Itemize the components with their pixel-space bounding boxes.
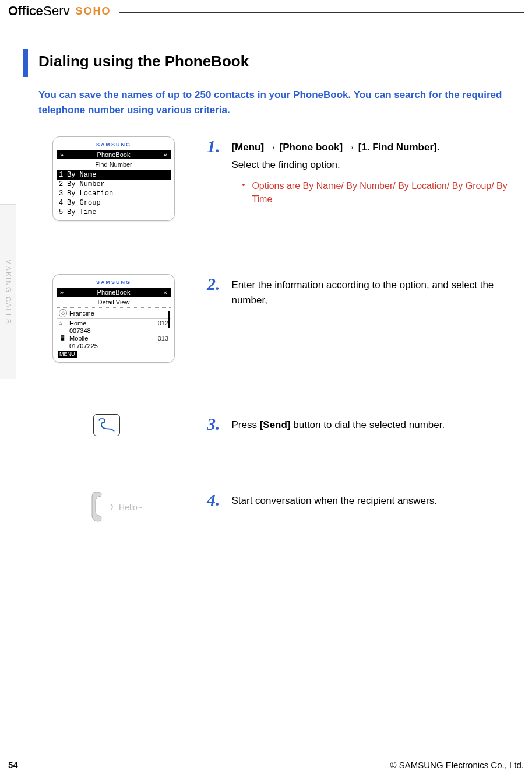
phone1-row-2: 2By Number [57, 180, 171, 189]
step1-sub: Select the finding option. [231, 157, 513, 173]
step1-number: 1. [207, 136, 229, 156]
step1-bullet-text: Options are By Name/ By Number/ By Locat… [252, 179, 513, 206]
phone1-row-1: 1By Name [57, 170, 171, 180]
phone1-row-5: 5By Time [57, 208, 171, 217]
phone2-title: PhoneBook [97, 289, 131, 296]
step3-pre: Press [231, 419, 259, 430]
phone2-mobile-row: 📱 Mobile 013 [57, 334, 171, 342]
page-number: 54 [8, 760, 18, 770]
step1-menu-path: [Menu] → [Phone book] → [1. Find Number]… [231, 142, 439, 153]
phone1-title: PhoneBook [97, 151, 131, 158]
step4-text: Start conversation when the recipient an… [231, 495, 436, 506]
page-title: Dialing using the PhoneBook [38, 47, 249, 71]
step3-post: button to dial the selected number. [291, 419, 445, 430]
phone-screenshot-2: SAMSUNG » PhoneBook « Detail View ☺ Fran… [52, 274, 175, 363]
step-3: 3. Press [Send] button to dial the selec… [52, 414, 515, 436]
title-block: Dialing using the PhoneBook You can save… [23, 47, 520, 117]
handset-illustration: Hello~ [52, 490, 175, 525]
copyright: © SAMSUNG Electronics Co., Ltd. [390, 760, 524, 770]
phone1-brand: SAMSUNG [57, 141, 171, 150]
phone1-row-3: 3By Location [57, 189, 171, 198]
title-accent-bar [23, 49, 28, 77]
phone2-contact-name: Francine [69, 310, 94, 317]
page-subtitle: You can save the names of up to 250 cont… [38, 87, 520, 117]
phone2-menu-softkey: MENU [58, 351, 77, 358]
phone2-contact-name-row: ☺ Francine [57, 308, 171, 319]
speech-mark-icon [110, 503, 115, 511]
step3-bold: [Send] [260, 419, 291, 430]
page-footer: 54 © SAMSUNG Electronics Co., Ltd. [8, 760, 524, 770]
handset-icon [87, 490, 111, 525]
home-icon: ⌂ [59, 320, 67, 327]
brand-soho: SOHO [76, 5, 111, 17]
step-4: Hello~ 4. Start conversation when the re… [52, 490, 515, 525]
send-key-icon [93, 414, 120, 436]
header-rule [119, 12, 524, 13]
phone-screenshot-1: SAMSUNG » PhoneBook « Find Number 1By Na… [52, 136, 175, 221]
phone2-brand: SAMSUNG [57, 278, 171, 288]
phone2-mobile-prefix: 013 [158, 335, 168, 342]
step2-number: 2. [207, 274, 229, 294]
page-header: OfficeServ SOHO [8, 3, 524, 19]
contact-avatar-icon: ☺ [59, 309, 67, 317]
phone1-subhead: Find Number [57, 159, 171, 170]
phone1-nav-left: » [60, 151, 64, 158]
phone2-nav-right: « [164, 289, 167, 296]
phone2-mobile-label: Mobile [69, 335, 158, 342]
step2-text: Enter the information according to the o… [231, 279, 494, 306]
phone1-nav-right: « [164, 151, 167, 158]
section-tab-label: MAKING CALLS [4, 259, 12, 325]
brand-office: Office [8, 3, 43, 19]
step1-bullet: • Options are By Name/ By Number/ By Loc… [242, 179, 513, 206]
brand-serv: Serv [43, 3, 69, 19]
phone2-home-prefix: 012 [158, 320, 168, 327]
scrollbar-indicator [168, 311, 170, 328]
phone2-titlebar: » PhoneBook « [57, 288, 171, 297]
step4-number: 4. [207, 490, 229, 510]
phone2-mobile-number: 01707225 [57, 342, 171, 349]
phone2-nav-left: » [60, 289, 64, 296]
phone1-titlebar: » PhoneBook « [57, 150, 171, 159]
phone1-row-4: 4By Group [57, 198, 171, 208]
phone2-subhead: Detail View [57, 297, 171, 308]
send-button-illustration [52, 414, 175, 436]
hello-bubble: Hello~ [119, 503, 142, 512]
phone2-home-number: 007348 [57, 327, 171, 334]
phone2-home-label: Home [69, 320, 158, 327]
phone2-home-row: ⌂ Home 012 [57, 319, 171, 327]
step-1: SAMSUNG » PhoneBook « Find Number 1By Na… [52, 136, 515, 221]
step3-number: 3. [207, 414, 229, 434]
section-tab: MAKING CALLS [0, 204, 16, 379]
mobile-icon: 📱 [59, 335, 67, 342]
bullet-dot-icon: • [242, 179, 252, 206]
step-2: SAMSUNG » PhoneBook « Detail View ☺ Fran… [52, 274, 515, 363]
